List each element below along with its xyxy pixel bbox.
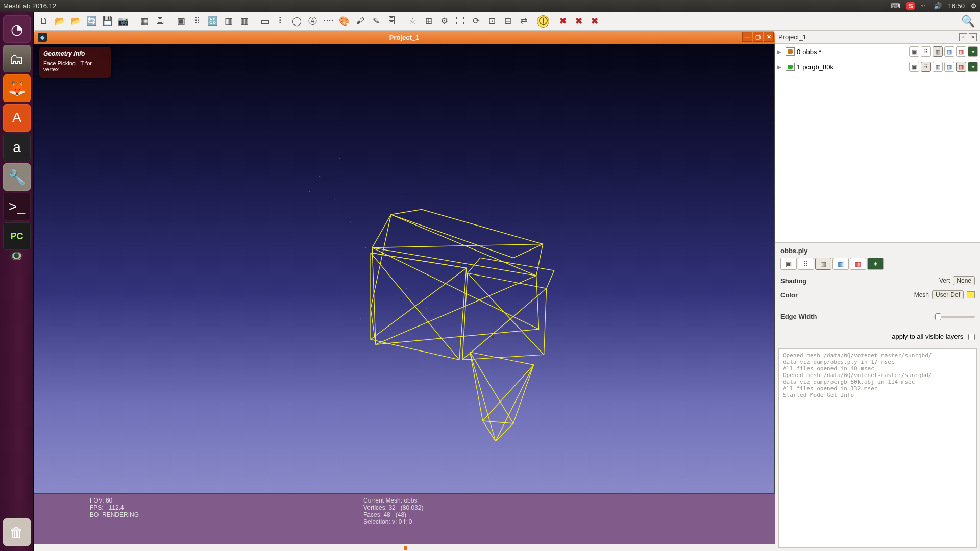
tool-bbox-icon[interactable]: ▣ bbox=[174, 14, 188, 29]
layer-opt-e-icon[interactable]: ▥ bbox=[956, 62, 966, 72]
layer-expand-icon[interactable]: ▶ bbox=[777, 64, 783, 70]
tool-flat-icon[interactable]: ▥ bbox=[221, 14, 236, 29]
tool-del1-icon[interactable]: ✖ bbox=[555, 14, 570, 29]
launcher-files[interactable]: 🗂 bbox=[3, 45, 31, 72]
tool-new-icon[interactable]: 🗋 bbox=[37, 14, 52, 29]
minimize-button[interactable]: — bbox=[742, 32, 752, 42]
layer-visibility-toggle[interactable] bbox=[786, 63, 795, 71]
close-button[interactable]: ✕ bbox=[764, 32, 774, 42]
tool-m-icon[interactable]: ⛶ bbox=[453, 14, 468, 29]
tray-time[interactable]: 16:50 bbox=[948, 2, 965, 10]
tool-f-icon[interactable]: 🎨 bbox=[337, 14, 352, 29]
apply-all-checkbox[interactable] bbox=[968, 334, 975, 340]
tool-p-icon[interactable]: ⊟ bbox=[500, 14, 515, 29]
launcher-amazon[interactable]: a bbox=[3, 134, 31, 161]
layer-opt-b-icon[interactable]: ⠿ bbox=[921, 46, 931, 57]
tray-sound-icon[interactable]: 🔊 bbox=[934, 2, 942, 10]
layer-visibility-toggle[interactable] bbox=[786, 47, 795, 56]
tool-a-icon[interactable]: 🗃 bbox=[258, 14, 273, 29]
tool-raster-icon[interactable]: 🖶 bbox=[153, 14, 167, 29]
prop-color-value[interactable]: User-Def bbox=[932, 290, 964, 299]
tool-d-icon[interactable]: Ⓐ bbox=[305, 14, 320, 29]
tool-e-icon[interactable]: 〰 bbox=[321, 14, 336, 29]
layer-opt-e-icon[interactable]: ▥ bbox=[956, 46, 966, 57]
maximize-button[interactable]: ▢ bbox=[753, 32, 763, 42]
tray-keyboard-icon[interactable]: ⌨ bbox=[891, 2, 900, 10]
launcher-firefox[interactable]: 🦊 bbox=[3, 74, 31, 102]
shading-tab-green-icon[interactable]: ✦ bbox=[867, 258, 884, 270]
tool-snapshot-icon[interactable]: 📷 bbox=[116, 14, 131, 29]
layer-opt-f-icon[interactable]: ✦ bbox=[968, 46, 978, 57]
launcher-meshlab[interactable]: 👁 bbox=[12, 252, 21, 260]
panel-close-icon[interactable]: ✕ bbox=[969, 33, 977, 41]
tool-o-icon[interactable]: ⊡ bbox=[484, 14, 499, 29]
layer-opt-a-icon[interactable]: ▣ bbox=[909, 62, 919, 72]
layer-opt-d-icon[interactable]: ▥ bbox=[944, 46, 954, 57]
tool-points-icon[interactable]: ⠿ bbox=[189, 14, 204, 29]
layer-opt-d-icon[interactable]: ▥ bbox=[944, 62, 954, 72]
shading-tab-points-icon[interactable]: ⠿ bbox=[798, 258, 814, 270]
3d-viewport[interactable]: Geometry Info Face Picking - T for verte… bbox=[34, 44, 775, 494]
color-swatch[interactable] bbox=[967, 291, 975, 298]
layer-opt-b-icon[interactable]: ⠿ bbox=[921, 62, 931, 72]
prop-shading-side: Vert bbox=[939, 277, 950, 284]
tool-info-icon[interactable]: ⓘ bbox=[537, 15, 549, 28]
tool-n-icon[interactable]: ⟳ bbox=[469, 14, 483, 29]
tool-b-icon[interactable]: ⠇ bbox=[274, 14, 288, 29]
os-top-bar: MeshLab 2016.12 ⌨ S ᯤ 🔊 16:50 ⚙ bbox=[0, 0, 980, 12]
launcher-trash[interactable]: 🗑 bbox=[3, 518, 31, 546]
launcher-software[interactable]: A bbox=[3, 104, 31, 132]
tool-del2-icon[interactable]: ✖ bbox=[571, 14, 586, 29]
launcher-pycharm[interactable]: PC bbox=[3, 222, 31, 250]
tool-smooth-icon[interactable]: ▥ bbox=[237, 14, 252, 29]
tool-l-icon[interactable]: ⚙ bbox=[437, 14, 452, 29]
tool-del3-icon[interactable]: ✖ bbox=[587, 14, 602, 29]
edge-width-slider[interactable] bbox=[934, 316, 975, 318]
tool-import-icon[interactable]: 📂 bbox=[68, 14, 83, 29]
tool-open-icon[interactable]: 📂 bbox=[53, 14, 67, 29]
tray-wifi-icon[interactable]: ᯤ bbox=[921, 2, 927, 10]
layer-row-1[interactable]: ▶ 1 pcrgb_80k ▣ ⠿ ▥ ▥ ▥ ✦ bbox=[775, 59, 980, 74]
tool-layers-icon[interactable]: ▦ bbox=[137, 14, 152, 29]
tool-i-icon[interactable]: 🗄 bbox=[384, 14, 399, 29]
tool-reload-icon[interactable]: 🔄 bbox=[84, 14, 99, 29]
svg-point-8 bbox=[365, 247, 366, 248]
tool-k-icon[interactable]: ⊞ bbox=[421, 14, 436, 29]
tool-wire-icon[interactable]: 🔠 bbox=[205, 14, 220, 29]
layer-row-0[interactable]: ▶ 0 obbs * ▣ ⠿ ▥ ▥ ▥ ✦ bbox=[775, 44, 980, 59]
layer-opt-a-icon[interactable]: ▣ bbox=[909, 46, 919, 57]
viewport-titlebar[interactable]: ◆ Project_1 — ▢ ✕ bbox=[34, 31, 775, 44]
layer-opt-c-icon[interactable]: ▥ bbox=[933, 46, 943, 57]
tool-save-icon[interactable]: 💾 bbox=[100, 14, 115, 29]
shading-tab-blue-icon[interactable]: ▥ bbox=[832, 258, 849, 270]
prop-color-side: Mesh bbox=[914, 291, 929, 298]
svg-point-16 bbox=[319, 176, 320, 177]
prop-shading-value[interactable]: None bbox=[953, 276, 975, 285]
panel-undock-icon[interactable]: ▫ bbox=[959, 33, 967, 41]
tool-g-icon[interactable]: 🖌 bbox=[353, 14, 368, 29]
shading-tab-red-icon[interactable]: ▥ bbox=[850, 258, 866, 270]
launcher-terminal[interactable]: >_ bbox=[3, 193, 31, 220]
status-left: FOV: 60 FPS: 112.4 BO_RENDERING bbox=[90, 497, 139, 541]
layer-opt-c-icon[interactable]: ▥ bbox=[933, 62, 943, 72]
layer-expand-icon[interactable]: ▶ bbox=[777, 49, 783, 55]
svg-point-26 bbox=[477, 257, 479, 259]
shading-tab-box-icon[interactable]: ▣ bbox=[780, 258, 797, 270]
main-toolbar: 🗋 📂 📂 🔄 💾 📷 ▦ 🖶 ▣ ⠿ 🔠 ▥ ▥ 🗃 ⠇ ◯ Ⓐ 〰 🎨 🖌 … bbox=[34, 12, 980, 31]
svg-point-23 bbox=[492, 221, 494, 223]
tool-h-icon[interactable]: ✎ bbox=[369, 14, 383, 29]
svg-point-18 bbox=[309, 191, 310, 192]
svg-point-9 bbox=[385, 267, 386, 268]
shading-tab-wire-icon[interactable]: ▥ bbox=[815, 258, 831, 270]
tool-q-icon[interactable]: ⇄ bbox=[516, 14, 531, 29]
search-icon[interactable]: 🔍 bbox=[961, 15, 975, 28]
launcher-settings[interactable]: 🔧 bbox=[3, 163, 31, 191]
layer-opt-f-icon[interactable]: ✦ bbox=[968, 62, 978, 72]
log-output[interactable]: Opened mesh /data/WQ/votenet-master/sunr… bbox=[778, 348, 977, 548]
tray-s-icon[interactable]: S bbox=[906, 2, 915, 10]
tool-c-icon[interactable]: ◯ bbox=[289, 14, 304, 29]
tool-j-icon[interactable]: ☆ bbox=[405, 14, 420, 29]
launcher-dash[interactable]: ◔ bbox=[3, 15, 31, 43]
tray-gear-icon[interactable]: ⚙ bbox=[971, 2, 977, 10]
svg-point-19 bbox=[334, 199, 335, 200]
